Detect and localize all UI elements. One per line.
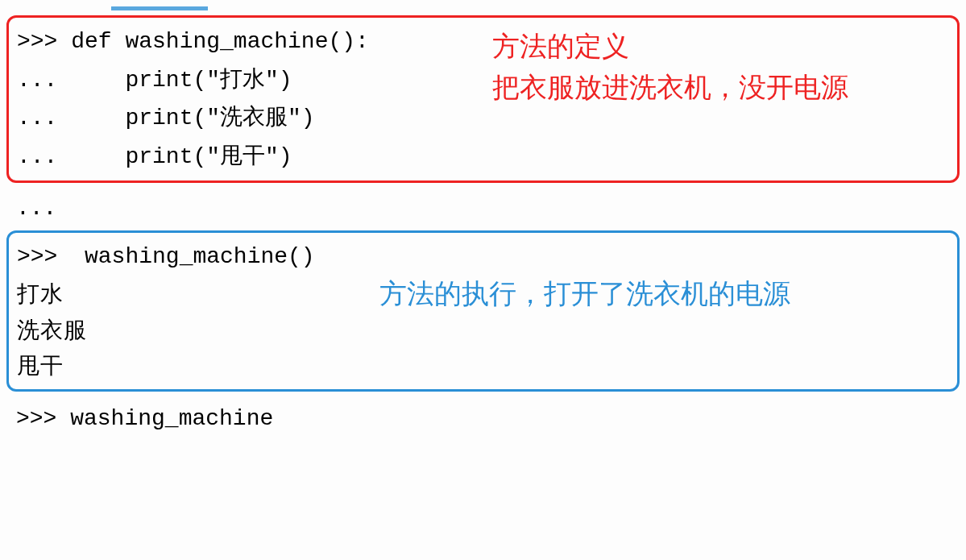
definition-annotation: 方法的定义把衣服放进洗衣机，没开电源: [492, 26, 943, 108]
output-line: 洗衣服: [17, 313, 949, 349]
execution-annotation: 方法的执行，打开了洗衣机的电源: [379, 273, 960, 314]
code-document: >>> def washing_machine(): ... print("打水…: [6, 6, 960, 442]
code-line: ... print("甩干"): [17, 138, 949, 176]
output-line: 甩干: [17, 348, 949, 384]
tab-indicator: [111, 6, 208, 10]
execution-box: >>> washing_machine() 打水 洗衣服 甩干 方法的执行，打开…: [6, 230, 960, 392]
continuation-dots: ...: [6, 188, 960, 230]
call-line: >>> washing_machine(): [17, 238, 949, 276]
bottom-line: >>> washing_machine: [6, 396, 960, 442]
definition-box: >>> def washing_machine(): ... print("打水…: [6, 15, 960, 183]
